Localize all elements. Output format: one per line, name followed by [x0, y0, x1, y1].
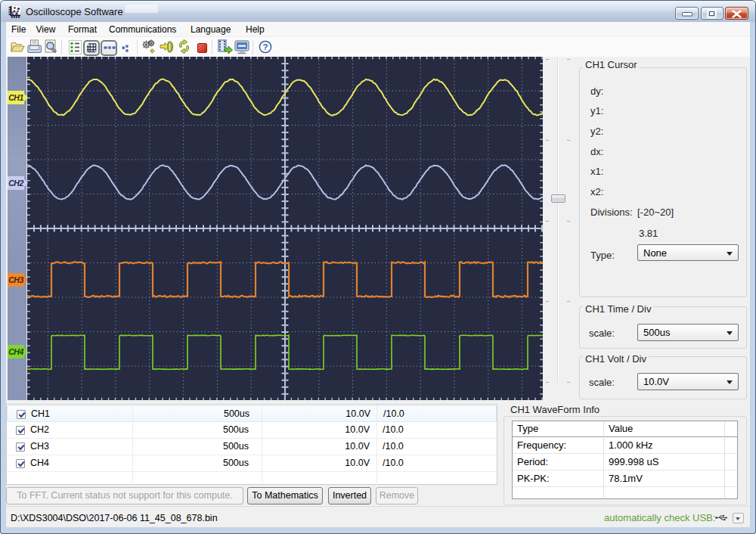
- svg-text:?: ?: [262, 42, 268, 51]
